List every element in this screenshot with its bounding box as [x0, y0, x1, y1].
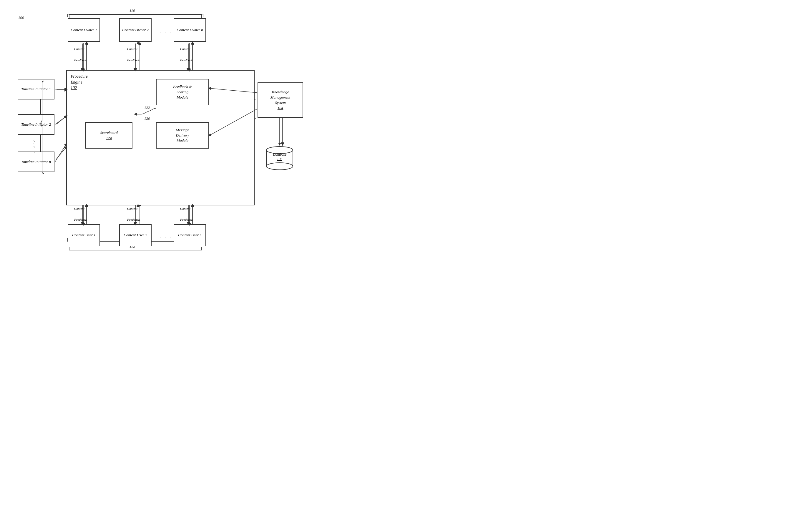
- timeline-initiator-n-label: Timeline Initiator n: [21, 159, 51, 165]
- timeline-initiator-2-label: Timeline Initiator 2: [21, 122, 51, 127]
- message-delivery-box: MessageDeliveryModule: [156, 122, 209, 149]
- content-label-owner1: Content: [74, 47, 84, 51]
- content-label-ownern: Content: [180, 47, 190, 51]
- content-owner-n-box: Content Owner n: [174, 18, 206, 42]
- svg-point-20: [266, 163, 293, 170]
- content-user-2-box: Content User 2: [119, 224, 152, 246]
- content-owner-2-label: Content Owner 2: [122, 27, 149, 33]
- content-owner-1-label: Content Owner 1: [71, 27, 97, 33]
- feedback-scoring-label: Feedback &ScoringModule: [173, 84, 192, 100]
- feedback-label-owner2: Feedback: [127, 58, 140, 62]
- content-owner-1-box: Content Owner 1: [68, 18, 100, 42]
- feedback-label-usern: Feedback: [180, 218, 193, 221]
- content-owner-2-box: Content Owner 2: [119, 18, 152, 42]
- content-user-1-label: Content User 1: [72, 232, 95, 238]
- timeline-dots: ···: [34, 138, 35, 156]
- svg-line-35: [55, 144, 66, 162]
- content-user-n-box: Content User n: [174, 224, 206, 246]
- feedback-label-owner1: Feedback: [74, 58, 87, 62]
- feedback-label-user2: Feedback: [127, 218, 140, 221]
- scoreboard-box: Scoreboard124: [86, 122, 132, 149]
- timeline-initiator-1-label: Timeline Initiator 1: [21, 87, 51, 92]
- bottom-dots: . . .: [161, 233, 173, 239]
- scoreboard-label: Scoreboard124: [100, 130, 118, 141]
- database-container: Database106: [265, 144, 294, 172]
- message-delivery-label: MessageDeliveryModule: [176, 128, 189, 144]
- ref-122: 122: [144, 105, 150, 110]
- content-user-1-box: Content User 1: [68, 224, 100, 246]
- svg-line-34: [55, 116, 66, 125]
- content-owner-n-label: Content Owner n: [176, 27, 203, 33]
- procedure-engine-label: ProcedureEngine102: [71, 74, 88, 91]
- procedure-engine-ref: 102: [71, 86, 77, 90]
- database-label: Database106: [265, 152, 294, 161]
- figure-number: 100: [18, 15, 24, 20]
- system-diagram: 100 110 112 108 Content Owner 1 Content …: [0, 0, 395, 266]
- timeline-initiator-1-box: Timeline Initiator 1: [18, 79, 54, 99]
- feedback-label-ownern: Feedback: [180, 58, 193, 62]
- timeline-initiator-n-box: Timeline Initiator n: [18, 152, 54, 172]
- svg-line-13: [57, 116, 66, 124]
- top-dots: . . .: [161, 28, 173, 34]
- knowledge-management-label: KnowledgeManagementSystem104: [270, 90, 290, 111]
- group-110-label: 110: [130, 8, 135, 13]
- content-user-2-label: Content User 2: [124, 232, 147, 238]
- timeline-initiator-2-box: Timeline Initiator 2: [18, 114, 54, 135]
- content-user-n-label: Content User n: [178, 232, 201, 238]
- content-label-owner2: Content: [127, 47, 137, 51]
- content-label-user2: Content: [127, 207, 137, 210]
- svg-line-14: [57, 147, 66, 159]
- feedback-scoring-box: Feedback &ScoringModule: [156, 79, 209, 105]
- feedback-label-user1: Feedback: [74, 218, 87, 221]
- ref-120: 120: [144, 116, 150, 121]
- content-label-usern: Content: [180, 207, 190, 210]
- content-label-user1: Content: [74, 207, 84, 210]
- knowledge-management-box: KnowledgeManagementSystem104: [258, 82, 303, 118]
